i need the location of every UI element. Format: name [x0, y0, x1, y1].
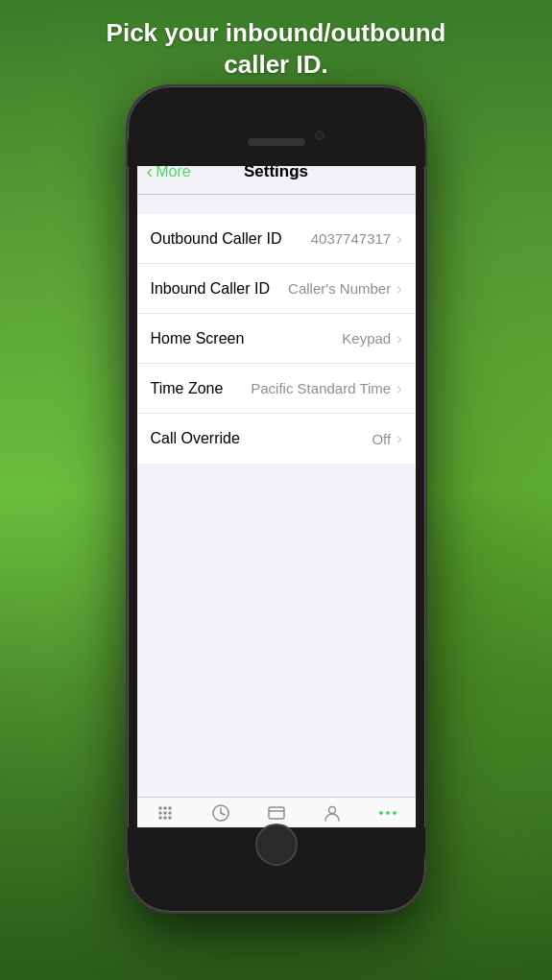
outbound-caller-id-chevron-icon: › — [396, 230, 401, 248]
svg-point-6 — [158, 816, 162, 820]
home-screen-row[interactable]: Home Screen Keypad › — [137, 314, 416, 364]
svg-point-7 — [163, 816, 167, 820]
home-screen-chevron-icon: › — [396, 330, 401, 347]
header-line1: Pick your inbound/outbound — [107, 18, 446, 47]
svg-point-15 — [379, 811, 383, 815]
svg-point-14 — [328, 807, 335, 814]
recents-icon — [211, 803, 230, 827]
svg-rect-12 — [269, 807, 284, 819]
phone-bottom — [128, 827, 425, 895]
call-override-chevron-icon: › — [396, 430, 401, 447]
more-icon — [378, 803, 397, 827]
call-override-value: Off — [372, 431, 391, 447]
time-zone-label: Time Zone — [151, 380, 252, 397]
header-text: Pick your inbound/outbound caller ID. — [0, 17, 552, 80]
inbound-caller-id-label: Inbound Caller ID — [151, 280, 289, 298]
home-screen-label: Home Screen — [151, 330, 343, 347]
phone-camera — [315, 131, 324, 140]
svg-point-3 — [158, 811, 162, 815]
keypad-icon — [156, 803, 175, 827]
phone-frame: ‹ More Settings Outbound Caller ID 40377… — [128, 86, 425, 912]
outbound-caller-id-value: 4037747317 — [311, 230, 391, 247]
svg-line-11 — [221, 813, 225, 815]
outbound-caller-id-row[interactable]: Outbound Caller ID 4037747317 › — [137, 214, 416, 264]
home-screen-value: Keypad — [342, 330, 391, 347]
call-override-label: Call Override — [151, 430, 372, 447]
svg-point-0 — [158, 806, 162, 810]
phone-top — [128, 104, 425, 166]
time-zone-chevron-icon: › — [396, 380, 401, 397]
time-zone-value: Pacific Standard Time — [251, 380, 391, 396]
settings-section: Outbound Caller ID 4037747317 › Inbound … — [137, 214, 416, 464]
svg-point-16 — [386, 811, 390, 815]
svg-point-4 — [163, 811, 167, 815]
header-line2: caller ID. — [224, 50, 327, 79]
outbound-caller-id-label: Outbound Caller ID — [151, 230, 311, 248]
home-button[interactable] — [255, 824, 298, 866]
svg-point-2 — [168, 806, 172, 810]
svg-point-1 — [163, 806, 167, 810]
contacts-icon — [323, 803, 342, 827]
svg-point-17 — [393, 811, 396, 815]
time-zone-row[interactable]: Time Zone Pacific Standard Time › — [137, 364, 416, 414]
phone-screen: ‹ More Settings Outbound Caller ID 40377… — [137, 149, 416, 845]
inbound-caller-id-chevron-icon: › — [396, 280, 401, 298]
phone-speaker — [248, 138, 305, 146]
settings-list: Outbound Caller ID 4037747317 › Inbound … — [137, 195, 416, 797]
call-override-row[interactable]: Call Override Off › — [137, 414, 416, 464]
svg-point-5 — [168, 811, 172, 815]
inbound-caller-id-value: Caller's Number — [288, 280, 391, 297]
inbound-caller-id-row[interactable]: Inbound Caller ID Caller's Number › — [137, 264, 416, 314]
svg-point-8 — [168, 816, 172, 820]
